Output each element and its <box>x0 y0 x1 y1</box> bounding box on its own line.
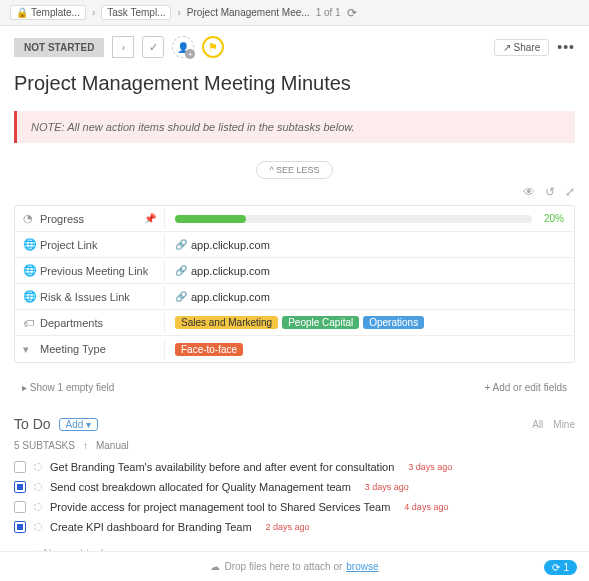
chevron-right-icon: › <box>92 7 95 18</box>
checkbox[interactable] <box>14 461 26 473</box>
add-fields[interactable]: + Add or edit fields <box>484 382 567 393</box>
task-name[interactable]: Create KPI dashboard for Branding Team <box>50 521 252 533</box>
browse-link[interactable]: browse <box>346 561 378 572</box>
show-empty-fields[interactable]: ▸ Show 1 empty field <box>22 382 114 393</box>
department-tag[interactable]: Operations <box>363 316 424 329</box>
status-dot[interactable] <box>34 463 42 471</box>
fields-footer: ▸ Show 1 empty field + Add or edit field… <box>14 377 575 398</box>
status-dot[interactable] <box>34 503 42 511</box>
breadcrumb-count: 1 of 1 <box>316 7 341 18</box>
subtask-row[interactable]: Send cost breakdown allocated for Qualit… <box>14 481 575 493</box>
link-value[interactable]: app.clickup.com <box>191 239 270 251</box>
custom-fields: ◔Progress📌 20% 🌐Project Link 🔗app.clicku… <box>14 205 575 363</box>
dropdown-icon: ▾ <box>23 343 35 356</box>
field-meeting-type: ▾Meeting Type Face-to-face <box>15 336 574 362</box>
subtask-row[interactable]: Create KPI dashboard for Branding Team 2… <box>14 521 575 533</box>
breadcrumb-bar: 🔒Template... › Task Templ... › Project M… <box>0 0 589 26</box>
notifications-fab[interactable]: ⟳ 1 <box>544 560 577 575</box>
breadcrumb-item[interactable]: 🔒Template... <box>10 5 86 20</box>
chevron-right-icon: › <box>177 7 180 18</box>
filter-all[interactable]: All <box>532 419 543 430</box>
assignee-add[interactable]: 👤 <box>172 36 194 58</box>
globe-icon: 🌐 <box>23 290 35 303</box>
expand-icon[interactable]: ⤢ <box>565 185 575 199</box>
task-age: 3 days ago <box>408 462 452 472</box>
status-dot[interactable] <box>34 523 42 531</box>
department-tag[interactable]: Sales and Marketing <box>175 316 278 329</box>
checkbox[interactable] <box>14 521 26 533</box>
share-button[interactable]: ↗Share <box>494 39 550 56</box>
complete-button[interactable]: ✓ <box>142 36 164 58</box>
status-button[interactable]: NOT STARTED <box>14 38 104 57</box>
subtask-list: Get Branding Team's availability before … <box>14 461 575 559</box>
meeting-type-tag[interactable]: Face-to-face <box>175 343 243 356</box>
history-icon[interactable]: ↺ <box>545 185 555 199</box>
dropzone[interactable]: ☁ Drop files here to attach or browse <box>0 551 589 581</box>
tag-icon: 🏷 <box>23 317 35 329</box>
filter-mine[interactable]: Mine <box>553 419 575 430</box>
task-age: 4 days ago <box>404 502 448 512</box>
progress-icon: ◔ <box>23 212 35 225</box>
cloud-upload-icon: ☁ <box>210 561 220 572</box>
field-progress: ◔Progress📌 20% <box>15 206 574 232</box>
reload-icon[interactable]: ⟳ <box>347 6 357 20</box>
status-next-button[interactable]: › <box>112 36 134 58</box>
task-name[interactable]: Get Branding Team's availability before … <box>50 461 394 473</box>
sort-mode[interactable]: Manual <box>96 440 129 451</box>
globe-icon: 🌐 <box>23 238 35 251</box>
share-icon: ↗ <box>503 42 511 53</box>
priority-flag[interactable]: ⚑ <box>202 36 224 58</box>
pin-icon[interactable]: 📌 <box>144 213 156 224</box>
dropzone-text: Drop files here to attach or <box>224 561 342 572</box>
breadcrumb-item[interactable]: Task Templ... <box>101 5 171 20</box>
department-tag[interactable]: People Capital <box>282 316 359 329</box>
section-title: To Do <box>14 416 51 432</box>
add-subtask-button[interactable]: Add ▾ <box>59 418 99 431</box>
field-project-link: 🌐Project Link 🔗app.clickup.com <box>15 232 574 258</box>
sort-icon[interactable]: ↑ <box>83 440 88 451</box>
globe-icon: 🌐 <box>23 264 35 277</box>
visibility-icon[interactable]: 👁 <box>523 185 535 199</box>
task-age: 2 days ago <box>266 522 310 532</box>
checkbox[interactable] <box>14 501 26 513</box>
task-age: 3 days ago <box>365 482 409 492</box>
subtask-count: 5 SUBTASKS <box>14 440 75 451</box>
toolbar: NOT STARTED › ✓ 👤 ⚑ ↗Share ••• <box>0 26 589 66</box>
link-icon: 🔗 <box>175 239 187 250</box>
link-icon: 🔗 <box>175 265 187 276</box>
lock-icon: 🔒 <box>16 7 28 18</box>
section-header: To Do Add ▾ All Mine <box>14 416 575 432</box>
checkbox[interactable] <box>14 481 26 493</box>
field-risk-link: 🌐Risk & Issues Link 🔗app.clickup.com <box>15 284 574 310</box>
page-title: Project Management Meeting Minutes <box>14 72 575 95</box>
breadcrumb: 🔒Template... › Task Templ... › Project M… <box>10 5 579 20</box>
status-dot[interactable] <box>34 483 42 491</box>
subtask-row[interactable]: Get Branding Team's availability before … <box>14 461 575 473</box>
task-name[interactable]: Send cost breakdown allocated for Qualit… <box>50 481 351 493</box>
link-value[interactable]: app.clickup.com <box>191 265 270 277</box>
subtasks-subheader: 5 SUBTASKS ↑ Manual <box>14 440 575 451</box>
field-departments: 🏷Departments Sales and Marketing People … <box>15 310 574 336</box>
see-less-button[interactable]: ^ SEE LESS <box>256 161 332 179</box>
breadcrumb-current: Project Management Mee... <box>187 7 310 18</box>
link-icon: 🔗 <box>175 291 187 302</box>
note-banner: NOTE: All new action items should be lis… <box>14 111 575 143</box>
subtask-row[interactable]: Provide access for project management to… <box>14 501 575 513</box>
field-previous-link: 🌐Previous Meeting Link 🔗app.clickup.com <box>15 258 574 284</box>
progress-bar[interactable] <box>175 215 532 223</box>
link-value[interactable]: app.clickup.com <box>191 291 270 303</box>
task-name[interactable]: Provide access for project management to… <box>50 501 390 513</box>
more-menu[interactable]: ••• <box>557 39 575 55</box>
